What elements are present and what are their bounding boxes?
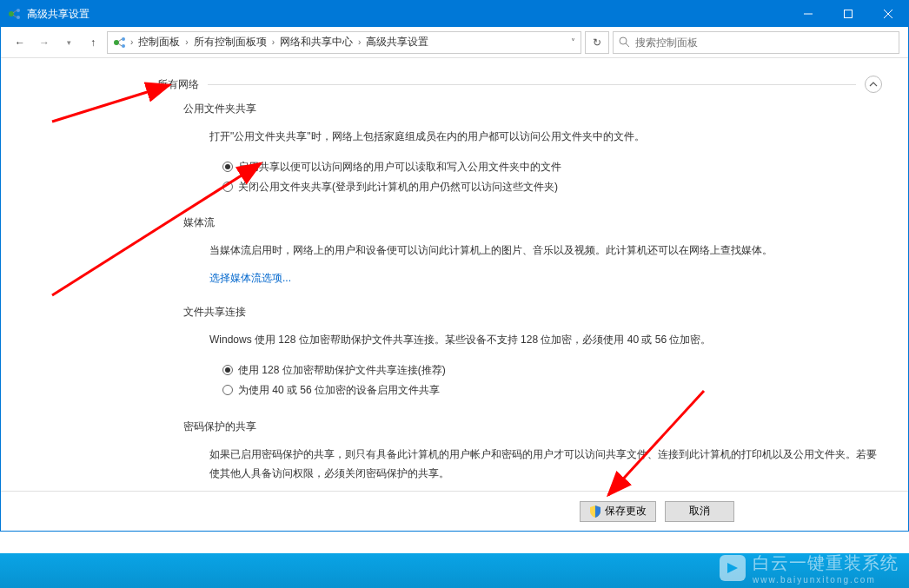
search-box[interactable] bbox=[613, 31, 899, 54]
chevron-right-icon: › bbox=[130, 37, 133, 47]
breadcrumb-network-center[interactable]: 网络和共享中心 bbox=[278, 35, 355, 50]
taskbar: 白云一键重装系统 www.baiyunxitong.com bbox=[0, 553, 909, 588]
network-sharing-icon bbox=[8, 7, 22, 21]
password-sharing-title: 密码保护的共享 bbox=[183, 420, 882, 434]
button-label: 取消 bbox=[689, 504, 710, 519]
file-sharing-conn-desc: Windows 使用 128 位加密帮助保护文件共享连接。某些设备不支持 128… bbox=[209, 330, 882, 350]
titlebar: 高级共享设置 bbox=[1, 1, 908, 27]
cancel-button[interactable]: 取消 bbox=[665, 501, 734, 522]
radio-icon bbox=[222, 182, 233, 192]
radio-4056bit-encryption[interactable]: 为使用 40 或 56 位加密的设备启用文件共享 bbox=[222, 380, 882, 400]
watermark-logo-icon bbox=[720, 555, 746, 581]
breadcrumb-control-panel[interactable]: 控制面板 bbox=[136, 35, 182, 50]
svg-point-5 bbox=[122, 37, 125, 41]
file-sharing-conn-title: 文件共享连接 bbox=[183, 305, 882, 320]
media-streaming-desc: 当媒体流启用时，网络上的用户和设备便可以访问此计算机上的图片、音乐以及视频。此计… bbox=[209, 241, 882, 261]
chevron-right-icon: › bbox=[185, 37, 188, 47]
save-changes-button[interactable]: 保存更改 bbox=[580, 501, 656, 522]
chevron-right-icon: › bbox=[272, 37, 275, 47]
watermark: 白云一键重装系统 www.baiyunxitong.com bbox=[720, 552, 899, 585]
address-dropdown-button[interactable]: ˅ bbox=[571, 37, 575, 47]
window-title: 高级共享设置 bbox=[27, 7, 788, 22]
address-bar[interactable]: › 控制面板 › 所有控制面板项 › 网络和共享中心 › 高级共享设置 ˅ bbox=[107, 31, 581, 54]
chevron-right-icon: › bbox=[358, 37, 361, 47]
minimize-button[interactable] bbox=[788, 1, 828, 27]
breadcrumb-all-items[interactable]: 所有控制面板项 bbox=[192, 35, 269, 50]
svg-point-4 bbox=[114, 40, 119, 45]
password-sharing-desc: 如果已启用密码保护的共享，则只有具备此计算机的用户帐户和密码的用户才可以访问共享… bbox=[209, 445, 882, 485]
maximize-button[interactable] bbox=[828, 1, 868, 27]
search-input[interactable] bbox=[635, 36, 893, 49]
radio-128bit-encryption[interactable]: 使用 128 位加密帮助保护文件共享连接(推荐) bbox=[222, 360, 882, 380]
nav-forward-button: → bbox=[34, 32, 55, 53]
svg-point-6 bbox=[122, 44, 125, 48]
collapse-button[interactable] bbox=[865, 76, 882, 93]
radio-disable-public-sharing[interactable]: 关闭公用文件夹共享(登录到此计算机的用户仍然可以访问这些文件夹) bbox=[222, 177, 882, 197]
radio-label: 使用 128 位加密帮助保护文件共享连接(推荐) bbox=[238, 360, 446, 380]
refresh-button[interactable]: ↻ bbox=[585, 31, 609, 54]
navbar: ← → ▾ ↑ › 控制面板 › 所有控制面板项 › 网络和共享中心 › 高级共… bbox=[1, 27, 908, 58]
svg-point-2 bbox=[17, 16, 20, 19]
section-all-networks: 所有网络 bbox=[157, 77, 199, 92]
search-icon bbox=[619, 36, 630, 48]
media-streaming-title: 媒体流 bbox=[183, 215, 882, 230]
radio-icon bbox=[222, 365, 233, 375]
content-area: 所有网络 公用文件夹共享 打开"公用文件夹共享"时，网络上包括家庭组成员在内的用… bbox=[157, 76, 891, 491]
footer: 保存更改 取消 bbox=[1, 491, 908, 531]
svg-point-1 bbox=[17, 9, 20, 12]
watermark-url: www.baiyunxitong.com bbox=[753, 575, 899, 585]
watermark-brand: 白云一键重装系统 bbox=[753, 552, 899, 575]
close-button[interactable] bbox=[868, 1, 908, 27]
network-sharing-icon bbox=[113, 36, 127, 50]
nav-up-button[interactable]: ↑ bbox=[83, 32, 103, 53]
breadcrumb-advanced-sharing[interactable]: 高级共享设置 bbox=[364, 35, 430, 50]
radio-label: 为使用 40 或 56 位加密的设备启用文件共享 bbox=[238, 380, 440, 400]
svg-point-7 bbox=[620, 37, 627, 44]
radio-icon bbox=[222, 162, 233, 172]
chevron-up-icon bbox=[869, 80, 878, 89]
section-rule bbox=[208, 84, 856, 85]
media-options-link[interactable]: 选择媒体流选项... bbox=[209, 271, 882, 286]
radio-label: 启用共享以便可以访问网络的用户可以读取和写入公用文件夹中的文件 bbox=[238, 157, 561, 177]
public-sharing-desc: 打开"公用文件夹共享"时，网络上包括家庭组成员在内的用户都可以访问公用文件夹中的… bbox=[209, 127, 882, 147]
button-label: 保存更改 bbox=[605, 504, 647, 519]
radio-icon bbox=[222, 385, 233, 395]
radio-label: 关闭公用文件夹共享(登录到此计算机的用户仍然可以访问这些文件夹) bbox=[238, 177, 558, 197]
svg-point-0 bbox=[9, 11, 14, 17]
svg-rect-3 bbox=[845, 10, 853, 18]
public-sharing-title: 公用文件夹共享 bbox=[183, 102, 882, 116]
nav-recent-button[interactable]: ▾ bbox=[58, 32, 79, 53]
radio-enable-public-sharing[interactable]: 启用共享以便可以访问网络的用户可以读取和写入公用文件夹中的文件 bbox=[222, 157, 882, 177]
shield-icon bbox=[589, 505, 601, 518]
nav-back-button[interactable]: ← bbox=[10, 32, 30, 53]
